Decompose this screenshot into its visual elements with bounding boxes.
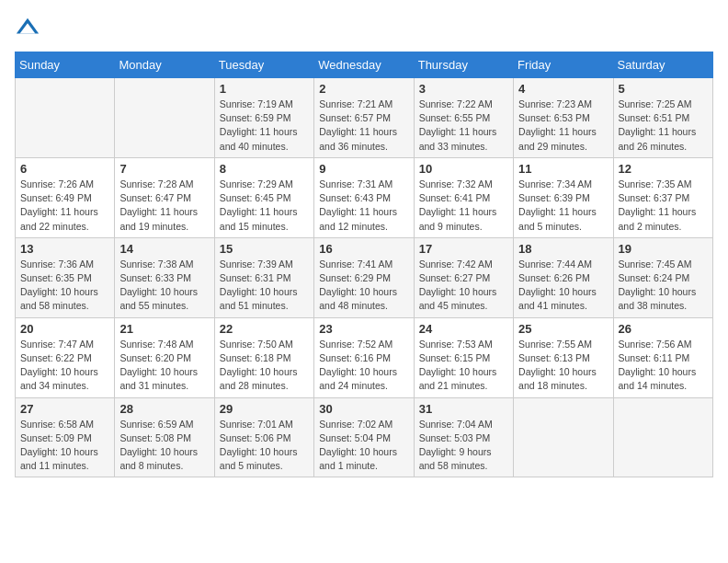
table-row: 11Sunrise: 7:34 AM Sunset: 6:39 PM Dayli… [514, 157, 613, 237]
day-info: Sunrise: 7:25 AM Sunset: 6:51 PM Dayligh… [619, 98, 708, 154]
day-number: 5 [619, 82, 708, 96]
table-row [514, 397, 613, 477]
day-number: 8 [220, 162, 309, 176]
day-number: 15 [220, 242, 309, 256]
day-info: Sunrise: 7:34 AM Sunset: 6:39 PM Dayligh… [518, 178, 608, 234]
day-info: Sunrise: 7:19 AM Sunset: 6:59 PM Dayligh… [220, 98, 309, 154]
day-number: 12 [619, 162, 708, 176]
calendar-week-1: 1Sunrise: 7:19 AM Sunset: 6:59 PM Daylig… [16, 78, 713, 158]
day-number: 14 [119, 242, 209, 256]
table-row: 8Sunrise: 7:29 AM Sunset: 6:45 PM Daylig… [214, 157, 313, 237]
table-row: 29Sunrise: 7:01 AM Sunset: 5:06 PM Dayli… [214, 397, 313, 477]
table-row: 30Sunrise: 7:02 AM Sunset: 5:04 PM Dayli… [314, 397, 414, 477]
table-row: 26Sunrise: 7:56 AM Sunset: 6:11 PM Dayli… [613, 317, 712, 397]
day-info: Sunrise: 7:01 AM Sunset: 5:06 PM Dayligh… [220, 418, 309, 474]
table-row: 7Sunrise: 7:28 AM Sunset: 6:47 PM Daylig… [115, 157, 214, 237]
day-number: 17 [419, 242, 508, 256]
day-info: Sunrise: 7:56 AM Sunset: 6:11 PM Dayligh… [619, 338, 708, 394]
calendar-week-2: 6Sunrise: 7:26 AM Sunset: 6:49 PM Daylig… [16, 157, 713, 237]
day-info: Sunrise: 7:28 AM Sunset: 6:47 PM Dayligh… [119, 178, 209, 234]
table-row: 24Sunrise: 7:53 AM Sunset: 6:15 PM Dayli… [414, 317, 513, 397]
day-number: 31 [419, 402, 508, 416]
day-info: Sunrise: 7:31 AM Sunset: 6:43 PM Dayligh… [319, 178, 408, 234]
day-info: Sunrise: 7:38 AM Sunset: 6:33 PM Dayligh… [119, 258, 209, 314]
day-number: 13 [20, 242, 109, 256]
day-header-saturday: Saturday [613, 52, 712, 78]
day-number: 2 [319, 82, 408, 96]
day-number: 7 [119, 162, 209, 176]
day-info: Sunrise: 7:26 AM Sunset: 6:49 PM Dayligh… [20, 178, 109, 234]
table-row: 3Sunrise: 7:22 AM Sunset: 6:55 PM Daylig… [414, 78, 513, 158]
logo-icon [15, 15, 40, 40]
day-header-sunday: Sunday [16, 52, 115, 78]
day-number: 23 [319, 322, 408, 336]
day-number: 18 [518, 242, 608, 256]
table-row: 6Sunrise: 7:26 AM Sunset: 6:49 PM Daylig… [16, 157, 115, 237]
day-info: Sunrise: 7:23 AM Sunset: 6:53 PM Dayligh… [518, 98, 608, 154]
day-number: 1 [220, 82, 309, 96]
day-info: Sunrise: 7:45 AM Sunset: 6:24 PM Dayligh… [619, 258, 708, 314]
day-info: Sunrise: 7:32 AM Sunset: 6:41 PM Dayligh… [419, 178, 508, 234]
day-info: Sunrise: 7:44 AM Sunset: 6:26 PM Dayligh… [518, 258, 608, 314]
day-number: 9 [319, 162, 408, 176]
table-row: 25Sunrise: 7:55 AM Sunset: 6:13 PM Dayli… [514, 317, 613, 397]
table-row: 17Sunrise: 7:42 AM Sunset: 6:27 PM Dayli… [414, 237, 513, 317]
day-number: 21 [119, 322, 209, 336]
day-number: 20 [20, 322, 109, 336]
day-info: Sunrise: 7:22 AM Sunset: 6:55 PM Dayligh… [419, 98, 508, 154]
table-row: 28Sunrise: 6:59 AM Sunset: 5:08 PM Dayli… [115, 397, 214, 477]
table-row: 14Sunrise: 7:38 AM Sunset: 6:33 PM Dayli… [115, 237, 214, 317]
day-info: Sunrise: 6:58 AM Sunset: 5:09 PM Dayligh… [20, 418, 109, 474]
day-number: 19 [619, 242, 708, 256]
day-number: 27 [20, 402, 109, 416]
table-row: 10Sunrise: 7:32 AM Sunset: 6:41 PM Dayli… [414, 157, 513, 237]
day-info: Sunrise: 7:39 AM Sunset: 6:31 PM Dayligh… [220, 258, 309, 314]
day-header-tuesday: Tuesday [214, 52, 313, 78]
day-info: Sunrise: 7:02 AM Sunset: 5:04 PM Dayligh… [319, 418, 408, 474]
day-number: 10 [419, 162, 508, 176]
table-row: 21Sunrise: 7:48 AM Sunset: 6:20 PM Dayli… [115, 317, 214, 397]
day-info: Sunrise: 7:48 AM Sunset: 6:20 PM Dayligh… [119, 338, 209, 394]
day-info: Sunrise: 7:42 AM Sunset: 6:27 PM Dayligh… [419, 258, 508, 314]
table-row: 23Sunrise: 7:52 AM Sunset: 6:16 PM Dayli… [314, 317, 414, 397]
day-info: Sunrise: 6:59 AM Sunset: 5:08 PM Dayligh… [119, 418, 209, 474]
day-info: Sunrise: 7:35 AM Sunset: 6:37 PM Dayligh… [619, 178, 708, 234]
day-number: 28 [119, 402, 209, 416]
day-info: Sunrise: 7:50 AM Sunset: 6:18 PM Dayligh… [220, 338, 309, 394]
day-number: 29 [220, 402, 309, 416]
day-number: 4 [518, 82, 608, 96]
day-info: Sunrise: 7:04 AM Sunset: 5:03 PM Dayligh… [419, 418, 508, 474]
day-number: 11 [518, 162, 608, 176]
day-header-thursday: Thursday [414, 52, 513, 78]
day-number: 25 [518, 322, 608, 336]
day-number: 6 [20, 162, 109, 176]
day-number: 16 [319, 242, 408, 256]
day-info: Sunrise: 7:52 AM Sunset: 6:16 PM Dayligh… [319, 338, 408, 394]
day-info: Sunrise: 7:29 AM Sunset: 6:45 PM Dayligh… [220, 178, 309, 234]
day-number: 30 [319, 402, 408, 416]
table-row: 22Sunrise: 7:50 AM Sunset: 6:18 PM Dayli… [214, 317, 313, 397]
day-info: Sunrise: 7:41 AM Sunset: 6:29 PM Dayligh… [319, 258, 408, 314]
page-header [15, 15, 713, 40]
calendar-table: SundayMondayTuesdayWednesdayThursdayFrid… [15, 52, 713, 477]
day-number: 3 [419, 82, 508, 96]
day-info: Sunrise: 7:21 AM Sunset: 6:57 PM Dayligh… [319, 98, 408, 154]
table-row: 18Sunrise: 7:44 AM Sunset: 6:26 PM Dayli… [514, 237, 613, 317]
table-row: 5Sunrise: 7:25 AM Sunset: 6:51 PM Daylig… [613, 78, 712, 158]
table-row: 16Sunrise: 7:41 AM Sunset: 6:29 PM Dayli… [314, 237, 414, 317]
logo [15, 15, 44, 40]
day-info: Sunrise: 7:55 AM Sunset: 6:13 PM Dayligh… [518, 338, 608, 394]
day-number: 26 [619, 322, 708, 336]
table-row: 13Sunrise: 7:36 AM Sunset: 6:35 PM Dayli… [16, 237, 115, 317]
day-info: Sunrise: 7:53 AM Sunset: 6:15 PM Dayligh… [419, 338, 508, 394]
day-number: 22 [220, 322, 309, 336]
table-row: 9Sunrise: 7:31 AM Sunset: 6:43 PM Daylig… [314, 157, 414, 237]
calendar-week-3: 13Sunrise: 7:36 AM Sunset: 6:35 PM Dayli… [16, 237, 713, 317]
table-row: 27Sunrise: 6:58 AM Sunset: 5:09 PM Dayli… [16, 397, 115, 477]
day-header-friday: Friday [514, 52, 613, 78]
day-header-wednesday: Wednesday [314, 52, 414, 78]
table-row [16, 78, 115, 158]
table-row [613, 397, 712, 477]
day-header-monday: Monday [115, 52, 214, 78]
day-info: Sunrise: 7:47 AM Sunset: 6:22 PM Dayligh… [20, 338, 109, 394]
